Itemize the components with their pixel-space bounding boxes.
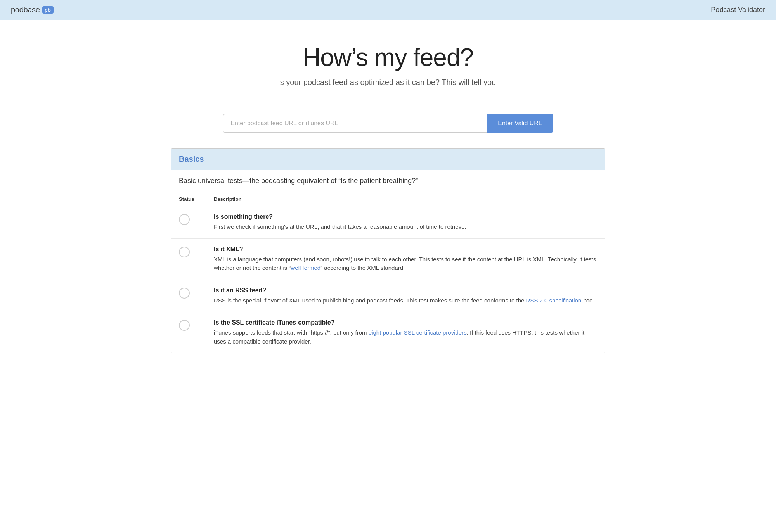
status-icon-is-rss (179, 287, 214, 299)
hero-subheading: Is your podcast feed as optimized as it … (8, 78, 768, 87)
hero-section: How’s my feed? Is your podcast feed as o… (0, 20, 776, 102)
test-description-something-there: First we check if something's at the URL… (214, 223, 597, 231)
validate-button[interactable]: Enter Valid URL (487, 114, 553, 133)
test-content-something-there: Is something there? First we check if so… (214, 213, 597, 231)
header-title: Podcast Validator (711, 6, 765, 14)
table-header-status: Status (179, 196, 214, 202)
test-title-is-rss: Is it an RSS feed? (214, 287, 597, 294)
logo-area: podbase pb (11, 5, 54, 14)
table-header-description: Description (214, 196, 597, 202)
basics-header-title: Basics (179, 155, 204, 163)
test-row-is-xml: Is it XML? XML is a language that comput… (171, 239, 605, 280)
test-row-ssl-cert: Is the SSL certificate iTunes-compatible… (171, 312, 605, 353)
test-row-something-there: Is something there? First we check if so… (171, 206, 605, 239)
basics-description: Basic universal tests—the podcasting equ… (171, 170, 605, 192)
test-title-something-there: Is something there? (214, 213, 597, 220)
status-circle (179, 247, 190, 257)
logo-badge: pb (42, 6, 54, 14)
well-formed-link[interactable]: well formed (291, 264, 320, 271)
test-title-ssl-cert: Is the SSL certificate iTunes-compatible… (214, 319, 597, 326)
main-content: Basics Basic universal tests—the podcast… (155, 148, 621, 377)
test-content-ssl-cert: Is the SSL certificate iTunes-compatible… (214, 319, 597, 346)
status-icon-ssl-cert (179, 319, 214, 331)
url-input-section: Enter Valid URL (0, 102, 776, 148)
status-icon-is-xml (179, 246, 214, 257)
basics-header: Basics (171, 149, 605, 170)
test-description-ssl-cert: iTunes supports feeds that start with “h… (214, 328, 597, 346)
hero-heading: How’s my feed? (8, 43, 768, 72)
status-circle (179, 320, 190, 331)
url-input[interactable] (223, 114, 487, 133)
test-content-is-rss: Is it an RSS feed? RSS is the special “f… (214, 287, 597, 305)
ssl-providers-link[interactable]: eight popular SSL certificate providers (369, 329, 467, 336)
logo-text: podbase (11, 5, 40, 14)
basics-section: Basics Basic universal tests—the podcast… (171, 148, 605, 353)
test-row-is-rss: Is it an RSS feed? RSS is the special “f… (171, 280, 605, 313)
status-circle (179, 214, 190, 225)
site-header: podbase pb Podcast Validator (0, 0, 776, 20)
table-header: Status Description (171, 192, 605, 206)
test-content-is-xml: Is it XML? XML is a language that comput… (214, 246, 597, 273)
test-description-is-xml: XML is a language that computers (and so… (214, 255, 597, 273)
test-description-is-rss: RSS is the special “flavor” of XML used … (214, 296, 597, 305)
rss-spec-link[interactable]: RSS 2.0 specification (526, 297, 582, 304)
test-title-is-xml: Is it XML? (214, 246, 597, 253)
status-circle (179, 288, 190, 299)
status-icon-something-there (179, 213, 214, 225)
